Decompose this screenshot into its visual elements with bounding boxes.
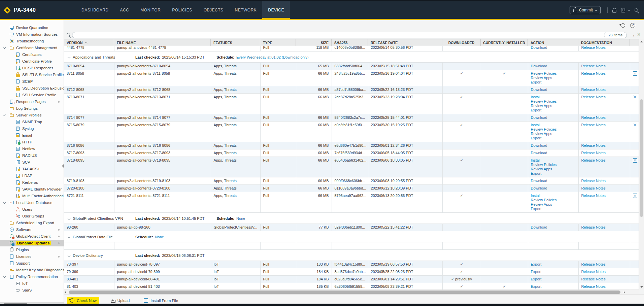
documentation-link[interactable]: Release Notes	[581, 158, 606, 162]
column-header-version[interactable]: VERSION	[64, 39, 114, 46]
table-row-81-403[interactable]: 81-403panup-all-deviceid-81-403IoTFull18…	[64, 283, 639, 290]
column-header-sha256[interactable]: SHA256	[332, 39, 368, 46]
nav-tab-network[interactable]: NETWORK	[229, 1, 263, 19]
column-header-type[interactable]: TYPE	[260, 39, 296, 46]
delete-package-icon[interactable]: ×	[633, 95, 637, 99]
sidebar-item-saas[interactable]: SaaS	[0, 287, 64, 294]
sidebar-item-policy-recommendation[interactable]: Policy Recommendation	[0, 273, 64, 280]
nav-tab-policies[interactable]: POLICIES	[166, 1, 198, 19]
action-link-review-apps[interactable]: Review Apps	[531, 132, 576, 136]
table-row-8711-8058[interactable]: 8711-8058panupv2-all-contents-8711-8058A…	[64, 70, 639, 86]
documentation-link[interactable]: Release Notes	[581, 225, 606, 229]
documentation-link[interactable]: Release Notes	[581, 262, 606, 266]
horizontal-scrollbar[interactable]	[64, 289, 639, 295]
sidebar-item-users[interactable]: Users	[0, 206, 64, 213]
nav-tab-acc[interactable]: ACC	[114, 1, 135, 19]
sidebar-item-netflow[interactable]: Netflow	[0, 145, 64, 152]
documentation-link[interactable]: Release Notes	[581, 46, 606, 49]
chevron-down-icon[interactable]	[628, 8, 630, 11]
chevron-down-icon[interactable]	[3, 113, 6, 116]
action-link-install[interactable]: Install	[531, 158, 576, 163]
chevron-down-icon[interactable]	[3, 46, 6, 48]
sidebar-item-log-settings[interactable]: Log Settings	[0, 105, 64, 112]
action-link-review-apps[interactable]: Review Apps	[531, 104, 576, 108]
sidebar-item-scp[interactable]: SCP	[0, 159, 64, 166]
sidebar-item-scheduled-log-export[interactable]: Scheduled Log Export	[0, 219, 64, 226]
column-header-features[interactable]: FEATURES	[211, 39, 260, 46]
scroll-up-icon[interactable]	[640, 41, 643, 42]
scroll-right-icon[interactable]	[624, 291, 625, 293]
documentation-link[interactable]: Release Notes	[581, 143, 606, 147]
nav-tab-dashboard[interactable]: DASHBOARD	[76, 1, 114, 19]
chevron-down-icon[interactable]	[68, 254, 70, 257]
sidebar-item-ssl-tls-service-profile[interactable]: SSL/TLS Service Profile	[0, 71, 64, 78]
sidebar-item-software[interactable]: Software	[0, 226, 64, 233]
action-link-export[interactable]: Export	[531, 171, 576, 176]
action-link-export[interactable]: Export	[531, 262, 576, 267]
action-link-download[interactable]: Download	[531, 46, 576, 50]
documentation-link[interactable]: Release Notes	[581, 194, 606, 198]
action-link-review-policies[interactable]: Review Policies	[531, 71, 576, 76]
action-link-install[interactable]: Install	[531, 123, 576, 127]
upload-button[interactable]: Upload	[108, 297, 132, 304]
sidebar-item-local-user-database[interactable]: Local User Database	[0, 199, 64, 206]
sidebar-item-kerberos[interactable]: Kerberos	[0, 179, 64, 186]
delete-package-icon[interactable]: ×	[633, 71, 637, 76]
sidebar-item-ocsp-responder[interactable]: OCSP Responder	[0, 65, 64, 71]
scrollbar-thumb[interactable]	[640, 99, 643, 217]
documentation-link[interactable]: Release Notes	[581, 64, 606, 68]
action-link-download[interactable]: Download	[531, 225, 576, 230]
vertical-scrollbar[interactable]	[639, 39, 644, 289]
delete-package-icon[interactable]: ×	[633, 123, 637, 127]
column-header-action[interactable]: ACTION	[528, 39, 578, 46]
table-row-8719-8103[interactable]: 8719-8103panupv2-all-contents-8719-8103A…	[64, 177, 639, 185]
documentation-link[interactable]: Release Notes	[581, 151, 606, 155]
sidebar-item-iot[interactable]: IoT	[0, 280, 64, 287]
filter-input[interactable]: 23 items	[72, 32, 627, 38]
sidebar-item-certificates[interactable]: Certificates	[0, 51, 64, 58]
action-link-review-apps[interactable]: Review Apps	[531, 167, 576, 171]
apply-filter-arrow-icon[interactable]: →	[630, 32, 635, 38]
table-row-8720-8108[interactable]: 8720-8108panupv2-all-contents-8720-8108A…	[64, 185, 639, 192]
documentation-link[interactable]: Release Notes	[581, 186, 606, 190]
action-link-export[interactable]: Export	[531, 270, 576, 274]
table-row-8716-8086[interactable]: 8716-8086panupv2-all-contents-8716-8086A…	[64, 142, 639, 149]
help-icon[interactable]: ?	[630, 23, 635, 28]
sidebar-item-master-key-and-diagnostics[interactable]: Master Key and Diagnostics	[0, 267, 64, 273]
scrollbar-thumb[interactable]	[69, 291, 620, 294]
action-link-download[interactable]: Download	[531, 151, 576, 155]
documentation-link[interactable]: Release Notes	[581, 277, 606, 281]
documentation-link[interactable]: Release Notes	[581, 95, 606, 99]
nav-tab-objects[interactable]: OBJECTS	[198, 1, 229, 19]
delete-package-icon[interactable]: ×	[633, 158, 637, 163]
documentation-link[interactable]: Release Notes	[581, 284, 606, 288]
sidebar-item-dynamic-updates[interactable]: Dynamic Updates	[0, 240, 64, 246]
table-row-4481-4778[interactable]: 4481-4778panup-all-antivirus-4481-4778Fu…	[64, 46, 639, 52]
scroll-left-icon[interactable]	[65, 291, 66, 293]
action-link-download[interactable]: Download	[531, 115, 576, 120]
action-link-export[interactable]: Export	[531, 108, 576, 112]
schedule-link[interactable]: Every Wednesday at 01:02 (Download only)	[236, 55, 308, 60]
sidebar-item-saml-identity-provider[interactable]: SAML Identity Provider	[0, 186, 64, 193]
chevron-down-icon[interactable]	[3, 201, 6, 203]
action-link-review-policies[interactable]: Review Policies	[531, 163, 576, 167]
action-link-download[interactable]: Download	[531, 143, 576, 148]
commit-button[interactable]: Commit	[570, 6, 601, 14]
lock-icon[interactable]	[612, 10, 616, 13]
nav-tab-monitor[interactable]: MONITOR	[135, 1, 166, 19]
sidebar-item-syslog[interactable]: Syslog	[0, 125, 64, 132]
schedule-link[interactable]: None	[236, 216, 245, 221]
column-header-size[interactable]: SIZE	[296, 39, 332, 46]
action-link-review-policies[interactable]: Review Policies	[531, 99, 576, 104]
sidebar-item-certificate-profile[interactable]: Certificate Profile	[0, 58, 64, 65]
action-link-download[interactable]: Download	[531, 186, 576, 191]
table-row-79-399[interactable]: 79-399panup-all-deviceid-79-399IoTFull18…	[64, 268, 639, 276]
nav-tab-device[interactable]: DEVICE	[262, 1, 290, 19]
documentation-link[interactable]: Release Notes	[581, 88, 606, 92]
sidebar-item-email[interactable]: Email	[0, 132, 64, 139]
documentation-link[interactable]: Release Notes	[581, 179, 606, 183]
sidebar-item-scep[interactable]: SCEP	[0, 78, 64, 85]
chevron-down-icon[interactable]	[3, 275, 6, 277]
column-header-file-name[interactable]: FILE NAME	[114, 39, 211, 46]
install-from-file-button[interactable]: Install From File	[141, 297, 181, 304]
